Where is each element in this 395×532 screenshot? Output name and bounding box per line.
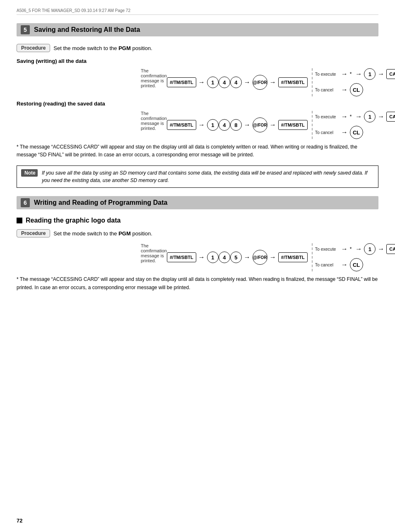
section6-header: 6 Writing and Reading of Programming Dat… [17, 196, 378, 209]
flow-cl: CL [350, 83, 363, 96]
section6-flow: The comfirmation message is printed.#/TM… [29, 243, 378, 271]
saving-flow: The comfirmation message is printed.#/TM… [29, 68, 378, 96]
section5-footnote: * The message “ACCESSING CARD” will appe… [17, 143, 378, 159]
section5-title: Saving and Restoring All the Data [34, 26, 140, 34]
flow-one-circle: 1 [364, 68, 376, 80]
header-text: A506_5 FOR THE MANAGER_SD 09.10.14 9:27 … [17, 8, 130, 13]
flow-sbtl1: #/TM/SBTL [167, 120, 196, 130]
note-badge: Note [21, 169, 38, 177]
section6-procedure-badge: Procedure [17, 229, 50, 237]
section6-procedure-text: Set the mode switch to the PGM position. [53, 230, 152, 237]
flow-one-circle: 1 [364, 243, 376, 255]
flow-digit-2: 4 [219, 77, 230, 88]
section6-title: Writing and Reading of Programming Data [34, 199, 167, 206]
flow-digit-1: 1 [207, 252, 219, 263]
flow-caatns: CA/AT/NS [386, 112, 395, 122]
note-box: Note If you save all the data by using a… [17, 165, 378, 188]
flow-sbtl2: #/TM/SBTL [278, 120, 308, 130]
section6-footnote: * The message “ACCESSING CARD” will appe… [17, 276, 378, 291]
page: A506_5 FOR THE MANAGER_SD 09.10.14 9:27 … [0, 0, 395, 532]
flow-digit-1: 1 [207, 119, 219, 131]
flow-caatns: CA/AT/NS [386, 69, 395, 79]
flow-one-circle: 1 [364, 111, 376, 122]
section5-number: 5 [21, 25, 30, 34]
section5-procedure-text: Set the mode switch to the PGM position. [53, 45, 152, 51]
black-square-icon [17, 218, 22, 223]
flow-sbtl1: #/TM/SBTL [167, 77, 196, 87]
section6-procedure-line: Procedure Set the mode switch to the PGM… [17, 229, 378, 237]
flow-cl: CL [350, 258, 363, 271]
section5-header: 5 Saving and Restoring All the Data [17, 23, 378, 36]
flow-digit-2: 4 [219, 119, 230, 131]
flow-digit-1: 1 [207, 77, 219, 88]
flow-sbtl2: #/TM/SBTL [278, 77, 308, 87]
saving-label: Saving (writing) all the data [17, 58, 378, 64]
flow-digit-2: 4 [219, 252, 230, 263]
restoring-label: Restoring (reading) the saved data [17, 101, 378, 107]
flow-caatns: CA/AT/NS [386, 244, 395, 254]
page-number: 72 [17, 518, 22, 524]
flow-sbtl2: #/TM/SBTL [278, 252, 308, 262]
flow-digit-3: 8 [230, 119, 242, 131]
subsection-header: Reading the graphic logo data [17, 217, 378, 224]
flow-digit-3: 5 [230, 252, 242, 263]
flow-cl: CL [350, 126, 363, 139]
section6-number: 6 [21, 198, 30, 207]
flow-for: @/FOR [253, 75, 267, 90]
page-header: A506_5 FOR THE MANAGER_SD 09.10.14 9:27 … [17, 8, 378, 15]
flow-sbtl1: #/TM/SBTL [167, 252, 196, 262]
section5-procedure-badge: Procedure [17, 44, 50, 52]
subsection-title: Reading the graphic logo data [26, 217, 120, 224]
flow-for: @/FOR [253, 250, 267, 265]
flow-digit-3: 4 [230, 77, 242, 88]
flow-for: @/FOR [253, 117, 267, 132]
section5-procedure-line: Procedure Set the mode switch to the PGM… [17, 44, 378, 52]
note-text: If you save all the data by using an SD … [42, 169, 374, 184]
restoring-flow: The comfirmation message is printed.#/TM… [29, 111, 378, 139]
